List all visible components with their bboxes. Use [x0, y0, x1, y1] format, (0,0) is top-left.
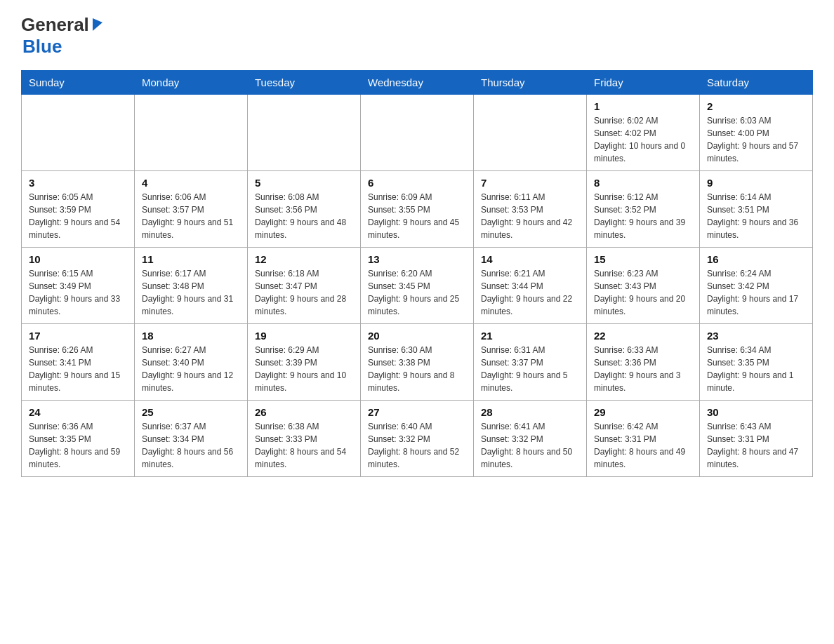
day-number: 12 — [255, 253, 353, 265]
weekday-header-thursday: Thursday — [474, 71, 587, 95]
calendar-cell — [135, 95, 248, 171]
calendar-cell: 26Sunrise: 6:38 AM Sunset: 3:33 PM Dayli… — [248, 401, 361, 477]
calendar-cell: 1Sunrise: 6:02 AM Sunset: 4:02 PM Daylig… — [587, 95, 700, 171]
day-info: Sunrise: 6:33 AM Sunset: 3:36 PM Dayligh… — [594, 344, 692, 394]
calendar-cell: 9Sunrise: 6:14 AM Sunset: 3:51 PM Daylig… — [700, 171, 813, 248]
day-info: Sunrise: 6:03 AM Sunset: 4:00 PM Dayligh… — [707, 114, 805, 165]
day-number: 10 — [29, 253, 127, 265]
calendar-cell: 18Sunrise: 6:27 AM Sunset: 3:40 PM Dayli… — [135, 324, 248, 401]
day-number: 23 — [707, 330, 805, 342]
calendar-cell: 8Sunrise: 6:12 AM Sunset: 3:52 PM Daylig… — [587, 171, 700, 248]
calendar-cell — [474, 95, 587, 171]
calendar-cell: 17Sunrise: 6:26 AM Sunset: 3:41 PM Dayli… — [22, 324, 135, 401]
calendar-cell — [361, 95, 474, 171]
calendar-cell — [22, 95, 135, 171]
day-number: 26 — [255, 406, 353, 418]
day-number: 18 — [142, 330, 240, 342]
calendar-cell: 10Sunrise: 6:15 AM Sunset: 3:49 PM Dayli… — [22, 248, 135, 324]
weekday-header-sunday: Sunday — [22, 71, 135, 95]
day-info: Sunrise: 6:12 AM Sunset: 3:52 PM Dayligh… — [594, 191, 692, 241]
calendar-cell: 11Sunrise: 6:17 AM Sunset: 3:48 PM Dayli… — [135, 248, 248, 324]
calendar-cell: 2Sunrise: 6:03 AM Sunset: 4:00 PM Daylig… — [700, 95, 813, 171]
weekday-header-saturday: Saturday — [700, 71, 813, 95]
day-info: Sunrise: 6:38 AM Sunset: 3:33 PM Dayligh… — [255, 420, 353, 471]
day-number: 1 — [594, 100, 692, 112]
day-info: Sunrise: 6:05 AM Sunset: 3:59 PM Dayligh… — [29, 191, 127, 241]
svg-marker-0 — [93, 18, 102, 31]
day-number: 9 — [707, 177, 805, 189]
day-number: 14 — [481, 253, 579, 265]
calendar-cell: 4Sunrise: 6:06 AM Sunset: 3:57 PM Daylig… — [135, 171, 248, 248]
day-number: 4 — [142, 177, 240, 189]
calendar-cell: 19Sunrise: 6:29 AM Sunset: 3:39 PM Dayli… — [248, 324, 361, 401]
day-info: Sunrise: 6:11 AM Sunset: 3:53 PM Dayligh… — [481, 191, 579, 241]
page-header: General Blue — [21, 14, 813, 58]
day-info: Sunrise: 6:43 AM Sunset: 3:31 PM Dayligh… — [707, 420, 805, 471]
day-number: 13 — [368, 253, 466, 265]
calendar-table: SundayMondayTuesdayWednesdayThursdayFrid… — [21, 70, 813, 477]
day-info: Sunrise: 6:06 AM Sunset: 3:57 PM Dayligh… — [142, 191, 240, 241]
calendar-cell: 30Sunrise: 6:43 AM Sunset: 3:31 PM Dayli… — [700, 401, 813, 477]
calendar-cell: 21Sunrise: 6:31 AM Sunset: 3:37 PM Dayli… — [474, 324, 587, 401]
day-info: Sunrise: 6:14 AM Sunset: 3:51 PM Dayligh… — [707, 191, 805, 241]
day-number: 11 — [142, 253, 240, 265]
day-number: 30 — [707, 406, 805, 418]
weekday-header-wednesday: Wednesday — [361, 71, 474, 95]
day-info: Sunrise: 6:17 AM Sunset: 3:48 PM Dayligh… — [142, 267, 240, 318]
day-info: Sunrise: 6:02 AM Sunset: 4:02 PM Dayligh… — [594, 114, 692, 165]
calendar-cell — [248, 95, 361, 171]
day-info: Sunrise: 6:37 AM Sunset: 3:34 PM Dayligh… — [142, 420, 240, 471]
day-number: 25 — [142, 406, 240, 418]
calendar-cell: 12Sunrise: 6:18 AM Sunset: 3:47 PM Dayli… — [248, 248, 361, 324]
day-number: 28 — [481, 406, 579, 418]
day-number: 20 — [368, 330, 466, 342]
day-info: Sunrise: 6:21 AM Sunset: 3:44 PM Dayligh… — [481, 267, 579, 318]
weekday-header-tuesday: Tuesday — [248, 71, 361, 95]
day-number: 2 — [707, 100, 805, 112]
day-info: Sunrise: 6:41 AM Sunset: 3:32 PM Dayligh… — [481, 420, 579, 471]
day-number: 24 — [29, 406, 127, 418]
day-info: Sunrise: 6:31 AM Sunset: 3:37 PM Dayligh… — [481, 344, 579, 394]
calendar-cell: 22Sunrise: 6:33 AM Sunset: 3:36 PM Dayli… — [587, 324, 700, 401]
day-info: Sunrise: 6:09 AM Sunset: 3:55 PM Dayligh… — [368, 191, 466, 241]
logo-triangle-icon — [91, 18, 102, 34]
day-number: 8 — [594, 177, 692, 189]
day-info: Sunrise: 6:20 AM Sunset: 3:45 PM Dayligh… — [368, 267, 466, 318]
calendar-cell: 13Sunrise: 6:20 AM Sunset: 3:45 PM Dayli… — [361, 248, 474, 324]
calendar-week-4: 17Sunrise: 6:26 AM Sunset: 3:41 PM Dayli… — [22, 324, 813, 401]
calendar-week-3: 10Sunrise: 6:15 AM Sunset: 3:49 PM Dayli… — [22, 248, 813, 324]
calendar-week-2: 3Sunrise: 6:05 AM Sunset: 3:59 PM Daylig… — [22, 171, 813, 248]
calendar-cell: 29Sunrise: 6:42 AM Sunset: 3:31 PM Dayli… — [587, 401, 700, 477]
day-info: Sunrise: 6:15 AM Sunset: 3:49 PM Dayligh… — [29, 267, 127, 318]
calendar-cell: 23Sunrise: 6:34 AM Sunset: 3:35 PM Dayli… — [700, 324, 813, 401]
day-number: 5 — [255, 177, 353, 189]
calendar-cell: 14Sunrise: 6:21 AM Sunset: 3:44 PM Dayli… — [474, 248, 587, 324]
logo-general-text: General — [21, 14, 89, 36]
weekday-header-friday: Friday — [587, 71, 700, 95]
calendar-cell: 20Sunrise: 6:30 AM Sunset: 3:38 PM Dayli… — [361, 324, 474, 401]
day-info: Sunrise: 6:40 AM Sunset: 3:32 PM Dayligh… — [368, 420, 466, 471]
logo: General Blue — [21, 14, 102, 58]
day-number: 22 — [594, 330, 692, 342]
calendar-cell: 28Sunrise: 6:41 AM Sunset: 3:32 PM Dayli… — [474, 401, 587, 477]
day-info: Sunrise: 6:30 AM Sunset: 3:38 PM Dayligh… — [368, 344, 466, 394]
calendar-cell: 27Sunrise: 6:40 AM Sunset: 3:32 PM Dayli… — [361, 401, 474, 477]
calendar-week-5: 24Sunrise: 6:36 AM Sunset: 3:35 PM Dayli… — [22, 401, 813, 477]
calendar-week-1: 1Sunrise: 6:02 AM Sunset: 4:02 PM Daylig… — [22, 95, 813, 171]
calendar-cell: 6Sunrise: 6:09 AM Sunset: 3:55 PM Daylig… — [361, 171, 474, 248]
day-info: Sunrise: 6:18 AM Sunset: 3:47 PM Dayligh… — [255, 267, 353, 318]
day-number: 29 — [594, 406, 692, 418]
day-number: 27 — [368, 406, 466, 418]
calendar-cell: 24Sunrise: 6:36 AM Sunset: 3:35 PM Dayli… — [22, 401, 135, 477]
day-number: 7 — [481, 177, 579, 189]
day-number: 17 — [29, 330, 127, 342]
logo-blue-text: Blue — [22, 36, 62, 57]
day-info: Sunrise: 6:23 AM Sunset: 3:43 PM Dayligh… — [594, 267, 692, 318]
day-number: 19 — [255, 330, 353, 342]
calendar-cell: 25Sunrise: 6:37 AM Sunset: 3:34 PM Dayli… — [135, 401, 248, 477]
day-info: Sunrise: 6:34 AM Sunset: 3:35 PM Dayligh… — [707, 344, 805, 394]
day-info: Sunrise: 6:24 AM Sunset: 3:42 PM Dayligh… — [707, 267, 805, 318]
day-info: Sunrise: 6:08 AM Sunset: 3:56 PM Dayligh… — [255, 191, 353, 241]
weekday-header-monday: Monday — [135, 71, 248, 95]
calendar-cell: 7Sunrise: 6:11 AM Sunset: 3:53 PM Daylig… — [474, 171, 587, 248]
